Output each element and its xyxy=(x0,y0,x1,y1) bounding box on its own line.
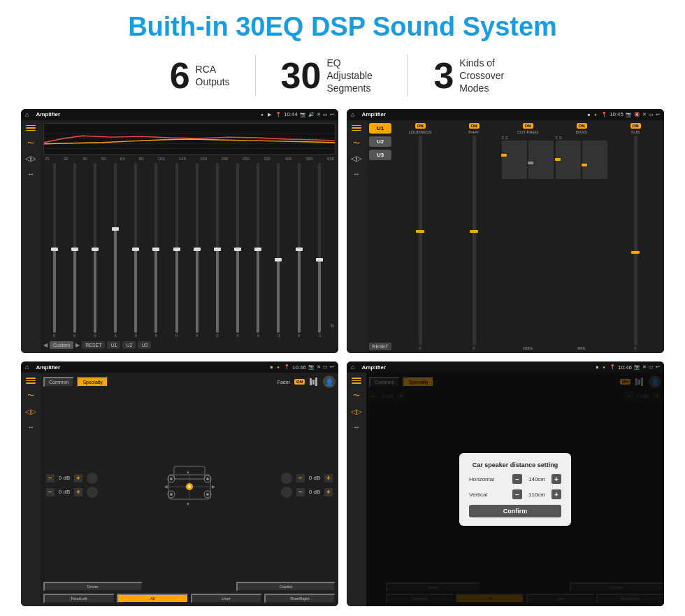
fader-sidebar-eq-icon[interactable] xyxy=(24,375,37,385)
eq-slider-11[interactable]: -1 xyxy=(269,163,288,338)
db-plus-3[interactable]: + xyxy=(324,488,333,496)
u1-btn[interactable]: U1 xyxy=(369,123,391,134)
horizontal-minus-btn[interactable]: − xyxy=(512,474,522,484)
db-minus-1[interactable]: − xyxy=(46,488,55,496)
db-minus-3[interactable]: − xyxy=(296,488,305,496)
eq-slider-10[interactable]: 0 xyxy=(249,163,268,338)
svg-point-7 xyxy=(170,478,173,480)
distance-main-panel: Common Specialty ON 👤 xyxy=(366,373,664,606)
distance-back-icon[interactable]: ↩ xyxy=(656,364,660,370)
rearright-btn[interactable]: RearRight xyxy=(264,594,336,603)
fader-back-icon[interactable]: ↩ xyxy=(330,364,334,370)
loudness-slider[interactable]: 0 xyxy=(394,136,446,351)
loudness-on-btn[interactable]: ON xyxy=(415,123,426,129)
eq-next-icon[interactable]: ▶ xyxy=(75,342,80,348)
db-plus-0[interactable]: + xyxy=(74,474,82,482)
speaker-circle-0 xyxy=(87,473,98,484)
all-btn[interactable]: All xyxy=(117,594,188,603)
db-val-0: 0 dB xyxy=(57,475,72,481)
eq-slider-1[interactable]: 0 xyxy=(65,163,84,338)
svg-point-13 xyxy=(206,493,209,496)
crossover-back-icon[interactable]: ↩ xyxy=(656,112,660,117)
db-control-2: − 0 dB + xyxy=(281,473,333,484)
u3-btn[interactable]: U3 xyxy=(369,150,391,160)
eq-reset-btn[interactable]: RESET xyxy=(82,341,105,349)
svg-point-17 xyxy=(188,485,191,488)
distance-home-icon[interactable]: ⌂ xyxy=(351,364,354,371)
eq-sidebar-speaker-icon[interactable]: ↔ xyxy=(24,169,37,179)
eq-u1-btn[interactable]: U1 xyxy=(107,341,120,349)
u2-btn[interactable]: U2 xyxy=(369,136,391,147)
eq-prev-icon[interactable]: ◀ xyxy=(43,342,48,348)
cutfreq-on-btn[interactable]: ON xyxy=(523,123,533,129)
phat-on-btn[interactable]: ON xyxy=(469,123,480,129)
bass-on-btn[interactable]: ON xyxy=(577,123,587,129)
fader-home-icon[interactable]: ⌂ xyxy=(25,364,29,371)
crossover-sidebar-speaker-icon[interactable]: ↔ xyxy=(350,169,363,179)
crossover-sidebar-wave-icon[interactable]: 〜 xyxy=(350,138,363,148)
fader-sidebar-speaker-icon[interactable]: ↔ xyxy=(24,422,37,431)
stat-rca-label: RCAOutputs xyxy=(196,63,230,88)
eq-back-icon[interactable]: ↩ xyxy=(330,112,334,117)
fader-profile-icon[interactable]: 👤 xyxy=(323,375,336,388)
crossover-sidebar-vol-icon[interactable]: ◁▷ xyxy=(350,154,363,164)
eq-sidebar-vol-icon[interactable]: ◁▷ xyxy=(24,154,37,164)
fader-specialty-tab[interactable]: Specialty xyxy=(77,377,108,387)
distance-sidebar-wave-icon[interactable]: 〜 xyxy=(350,391,363,401)
db-plus-1[interactable]: + xyxy=(74,488,82,496)
fader-sidebar-wave-icon[interactable]: 〜 xyxy=(24,391,37,401)
main-title: Buith-in 30EQ DSP Sound System xyxy=(128,13,557,42)
eq-slider-13[interactable]: -1 xyxy=(310,163,329,338)
eq-sidebar-eq-icon[interactable] xyxy=(24,123,37,133)
bass-slider[interactable]: F G xyxy=(556,136,607,351)
eq-u3-btn[interactable]: U3 xyxy=(138,341,151,349)
db-minus-0[interactable]: − xyxy=(46,474,55,482)
db-plus-2[interactable]: + xyxy=(324,474,333,482)
distance-sidebar-eq-icon[interactable] xyxy=(350,375,363,385)
svg-point-11 xyxy=(170,493,173,496)
eq-custom-btn[interactable]: Custom xyxy=(50,341,73,349)
eq-slider-8[interactable]: 0 xyxy=(208,163,226,338)
fader-on-badge[interactable]: ON xyxy=(294,379,305,385)
fader-common-tab[interactable]: Common xyxy=(43,377,74,387)
channel-cutfreq: ON CUT FREQ F G xyxy=(502,123,554,351)
eq-slider-9[interactable]: 0 xyxy=(229,163,247,338)
svg-point-9 xyxy=(206,478,209,480)
home-icon[interactable]: ⌂ xyxy=(25,111,29,118)
eq-slider-6[interactable]: 0 xyxy=(167,163,186,338)
crossover-app-name: Amplifier xyxy=(361,111,583,117)
copilot-btn[interactable]: Copilot xyxy=(236,582,336,592)
vertical-plus-btn[interactable]: + xyxy=(551,489,561,499)
cutfreq-slider[interactable]: F G xyxy=(502,136,554,351)
channel-sub: ON SUB 0 xyxy=(610,123,661,351)
crossover-sidebar-eq-icon[interactable] xyxy=(350,123,363,133)
fader-sidebar-vol-icon[interactable]: ◁▷ xyxy=(24,406,37,416)
eq-sidebar-wave-icon[interactable]: 〜 xyxy=(24,138,37,148)
phat-slider[interactable]: 0 xyxy=(448,136,500,351)
vertical-minus-btn[interactable]: − xyxy=(512,489,522,499)
eq-slider-7[interactable]: 0 xyxy=(187,163,206,338)
crossover-home-icon[interactable]: ⌂ xyxy=(351,111,354,118)
driver-btn[interactable]: Driver xyxy=(43,582,143,592)
volume-icon: 🔊 xyxy=(308,112,315,117)
sub-on-btn[interactable]: ON xyxy=(630,123,641,129)
db-minus-2[interactable]: − xyxy=(296,474,305,482)
user-btn[interactable]: User xyxy=(191,594,262,603)
horizontal-plus-btn[interactable]: + xyxy=(551,474,561,484)
eq-slider-12[interactable]: 0 xyxy=(289,163,308,338)
eq-slider-5[interactable]: 0 xyxy=(147,163,166,338)
eq-u2-btn[interactable]: U2 xyxy=(122,341,136,349)
eq-slider-4[interactable]: 0 xyxy=(127,163,145,338)
distance-sidebar-vol-icon[interactable]: ◁▷ xyxy=(350,406,363,416)
crossover-reset-btn[interactable]: RESET xyxy=(369,343,391,350)
screenshots-grid: ⌂ Amplifier ● ▶ 📍 10:44 📷 🔊 ✕ ▭ ↩ xyxy=(21,109,664,606)
sub-slider[interactable]: 0 xyxy=(610,136,661,351)
distance-sidebar-speaker-icon[interactable]: ↔ xyxy=(350,422,363,431)
eq-slider-2[interactable]: 0 xyxy=(85,163,104,338)
channel-loudness: ON LOUDNESS 0 xyxy=(394,123,446,351)
eq-slider-3[interactable]: 5 xyxy=(106,163,125,338)
confirm-button[interactable]: Confirm xyxy=(469,505,561,517)
eq-slider-0[interactable]: 0 xyxy=(45,163,64,338)
eq-more-icon[interactable]: » xyxy=(330,322,334,338)
rearleft-btn[interactable]: RearLeft xyxy=(43,594,115,603)
